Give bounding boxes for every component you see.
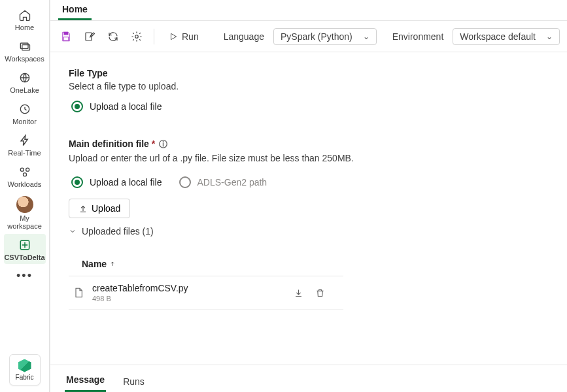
form-content: File Type Select a file type to upload. …: [50, 52, 567, 365]
edit-button[interactable]: [80, 27, 99, 46]
refresh-button[interactable]: [104, 27, 122, 46]
file-type-section: File Type Select a file type to upload. …: [69, 68, 549, 112]
info-icon[interactable]: ⓘ: [159, 139, 167, 149]
svg-point-5: [26, 168, 29, 171]
svg-rect-1: [22, 45, 29, 50]
language-select[interactable]: PySpark (Python) ⌄: [273, 28, 377, 45]
upload-icon: [78, 204, 88, 213]
radio-on-icon: [71, 176, 83, 188]
sidebar-item-workloads[interactable]: Workloads: [4, 161, 46, 191]
sidebar-item-my-workspace[interactable]: My workspace: [4, 192, 46, 233]
download-icon: [294, 288, 303, 298]
svg-rect-8: [64, 32, 68, 35]
workspaces-icon: [18, 39, 32, 54]
settings-button[interactable]: [128, 27, 146, 46]
sidebar-item-onelake[interactable]: OneLake: [4, 67, 46, 97]
table-row: createTablefromCSV.py 498 B: [69, 276, 343, 310]
download-button[interactable]: [294, 288, 303, 298]
fabric-icon: [18, 359, 31, 372]
required-asterisk: *: [152, 139, 155, 149]
main-area: Home Run Language PySpark (Python) ⌄ Env…: [50, 0, 567, 392]
environment-value: Workspace default: [460, 31, 536, 42]
sidebar-item-realtime[interactable]: Real-Time: [4, 129, 46, 159]
onelake-icon: [18, 71, 32, 85]
radio-on-icon: [71, 101, 83, 112]
fabric-label: Fabric: [16, 374, 34, 381]
run-button[interactable]: Run: [162, 29, 205, 44]
fabric-switcher[interactable]: Fabric: [9, 354, 41, 385]
sidebar-item-label: Workspaces: [5, 55, 44, 63]
sidebar-item-monitor[interactable]: Monitor: [4, 98, 46, 128]
upload-label: Upload: [92, 203, 120, 214]
trash-icon: [315, 288, 325, 298]
main-def-desc: Upload or enter the url of a .py file. F…: [69, 153, 549, 163]
table-header-name[interactable]: Name: [69, 255, 343, 276]
svg-point-4: [20, 168, 24, 171]
file-type-desc: Select a file type to upload.: [69, 81, 549, 91]
top-tabs: Home: [50, 0, 567, 21]
delete-button[interactable]: [315, 288, 325, 298]
svg-rect-0: [20, 43, 28, 48]
radio-label: Upload a local file: [90, 177, 162, 188]
sidebar-item-home[interactable]: Home: [4, 4, 46, 34]
upload-button[interactable]: Upload: [69, 199, 130, 218]
uploaded-files-label: Uploaded files (1): [82, 226, 154, 237]
language-value: PySpark (Python): [281, 31, 352, 42]
main-def-option-adls[interactable]: ADLS-Gen2 path: [179, 176, 267, 188]
play-icon: [169, 32, 178, 41]
environment-select[interactable]: Workspace default ⌄: [453, 28, 560, 45]
file-name: createTablefromCSV.py: [92, 283, 294, 293]
sidebar-item-label: OneLake: [10, 86, 39, 94]
tab-runs[interactable]: Runs: [122, 371, 146, 392]
save-button[interactable]: [57, 27, 75, 46]
svg-point-6: [23, 173, 26, 176]
radio-label: ADLS-Gen2 path: [198, 177, 267, 188]
uploaded-files-table: Name createTablefromCSV.py 498 B: [69, 255, 343, 310]
sidebar-item-label: Home: [15, 24, 34, 31]
sidebar-item-label: Real-Time: [8, 149, 41, 157]
chevron-down-icon: [69, 227, 77, 235]
uploaded-files-toggle[interactable]: Uploaded files (1): [69, 226, 549, 237]
left-sidebar: Home Workspaces OneLake Monitor Real-Tim…: [0, 0, 50, 392]
file-icon: [71, 287, 86, 299]
environment-label: Environment: [388, 31, 448, 42]
avatar: [16, 196, 33, 213]
toolbar: Run Language PySpark (Python) ⌄ Environm…: [50, 21, 567, 52]
tab-message[interactable]: Message: [65, 369, 106, 392]
main-def-option-local[interactable]: Upload a local file: [71, 176, 162, 188]
sidebar-item-workspaces[interactable]: Workspaces: [4, 35, 46, 65]
file-type-title: File Type: [69, 68, 549, 78]
tab-home[interactable]: Home: [58, 0, 92, 20]
run-label: Run: [182, 31, 199, 42]
file-type-option-local[interactable]: Upload a local file: [71, 101, 549, 112]
sidebar-item-label: Workloads: [8, 180, 42, 188]
home-icon: [18, 8, 32, 22]
more-icon: •••: [16, 269, 33, 283]
workloads-icon: [18, 165, 32, 179]
spark-icon: [18, 238, 32, 252]
main-def-title: Main definition file * ⓘ: [69, 139, 549, 150]
svg-rect-9: [63, 37, 69, 40]
language-label: Language: [220, 31, 268, 42]
sort-asc-icon: [109, 260, 116, 268]
chevron-down-icon: ⌄: [363, 32, 369, 41]
realtime-icon: [18, 133, 32, 148]
radio-label: Upload a local file: [90, 101, 162, 112]
radio-off-icon: [179, 176, 191, 188]
svg-point-11: [135, 35, 139, 38]
sidebar-item-label: My workspace: [4, 214, 46, 230]
main-definition-section: Main definition file * ⓘ Upload or enter…: [69, 139, 549, 310]
sidebar-item-label: CSVToDelta: [4, 253, 44, 261]
file-size: 498 B: [92, 295, 294, 302]
sidebar-item-label: Monitor: [12, 118, 37, 125]
bottom-tabs: Message Runs: [50, 365, 567, 392]
sidebar-item-csvtodelta[interactable]: CSVToDelta: [4, 234, 46, 264]
sidebar-item-more[interactable]: •••: [4, 265, 46, 286]
chevron-down-icon: ⌄: [546, 32, 553, 41]
monitor-icon: [18, 102, 32, 116]
